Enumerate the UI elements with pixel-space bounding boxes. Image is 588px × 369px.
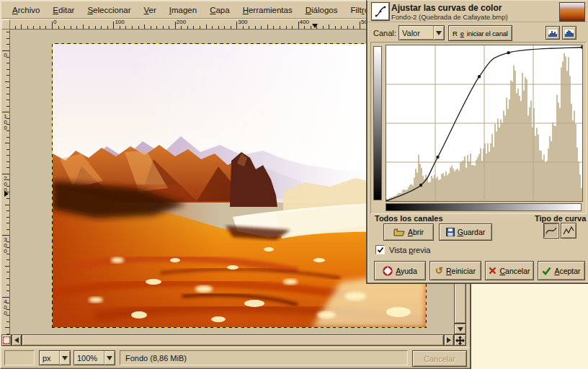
horizontal-scrollbar[interactable]	[12, 334, 454, 346]
menu-herramientas[interactable]: Herramientas	[236, 6, 299, 14]
curves-plot[interactable]	[386, 45, 583, 202]
vertical-ruler: 0100200300400	[1, 30, 10, 334]
menu-ver[interactable]: Ver	[138, 6, 163, 14]
dialog-subtitle: Fondo-2 (Quebrada de Cafayate.bmp)	[391, 13, 508, 21]
curve-type-freehand-button[interactable]	[561, 223, 576, 239]
ruler-position-marker	[312, 24, 318, 28]
status-message: Fondo (8,86 MiB)	[120, 350, 408, 365]
zoom-select[interactable]: 100%	[74, 350, 115, 365]
menu-editar[interactable]: Editar	[46, 6, 81, 14]
reset-channel-button[interactable]: Reiniciar el canal	[448, 25, 512, 41]
curve-control-point[interactable]	[507, 51, 509, 54]
reset-button[interactable]: ↺ Reiniciar	[429, 261, 481, 280]
desktop: ArchivoEditarSeleccionarVerImagenCapaHer…	[0, 0, 588, 369]
menu-dilogos[interactable]: Diálogos	[299, 6, 344, 14]
status-bar: px 100% Fondo (8,86 MiB) Cancelar	[1, 347, 470, 368]
help-label: Ayuda	[396, 267, 417, 275]
histogram-log-button[interactable]	[562, 26, 576, 40]
pan-cross-icon	[455, 336, 465, 345]
accept-label: Aceptar	[554, 267, 580, 275]
separator	[368, 22, 588, 23]
channel-label: Canal:	[373, 29, 396, 37]
status-cancel-button: Cancelar	[412, 350, 467, 367]
smooth-curve-icon	[545, 226, 557, 236]
horizontal-scroll-thumb[interactable]	[22, 334, 444, 346]
image-thumbnail	[559, 2, 585, 22]
menu-seleccionar[interactable]: Seleccionar	[81, 6, 137, 14]
chevron-down-icon	[104, 351, 115, 365]
floppy-disk-icon	[446, 228, 455, 236]
save-label: Guardar	[458, 228, 486, 236]
help-button[interactable]: Ayuda	[374, 261, 426, 280]
ruler-corner-button[interactable]	[1, 19, 10, 30]
reset-label: Reiniciar	[446, 267, 476, 275]
menu-capa[interactable]: Capa	[203, 6, 236, 14]
quickmask-icon	[3, 337, 10, 344]
scroll-left-button[interactable]	[12, 334, 22, 346]
arrow-right-icon	[447, 337, 451, 343]
cancel-x-icon	[489, 267, 496, 275]
log-histogram-icon	[565, 30, 574, 37]
lifebuoy-icon	[383, 266, 393, 276]
all-channels-label: Todos los canales	[375, 214, 443, 223]
cursor-position-box	[4, 350, 35, 365]
ruler-position-marker	[4, 191, 9, 197]
curve-control-point[interactable]	[478, 75, 481, 78]
cancel-button[interactable]: Cancelar	[485, 261, 534, 280]
histogram-linear-button[interactable]	[545, 26, 560, 40]
arrow-left-icon	[14, 337, 19, 343]
curves-dialog-icon	[372, 3, 389, 20]
scroll-right-button[interactable]	[444, 334, 454, 346]
open-button[interactable]: Abrir	[383, 223, 434, 241]
folder-open-icon	[393, 228, 405, 236]
unit-select[interactable]: px	[39, 350, 71, 365]
curve-control-point[interactable]	[419, 184, 422, 187]
zoom-value: 100%	[74, 351, 104, 365]
preview-label: Vista previa	[389, 246, 430, 254]
jagged-curve-icon	[563, 226, 574, 236]
curve-control-point[interactable]	[581, 45, 582, 48]
open-label: Abrir	[408, 228, 424, 236]
curves-dialog: Ajustar las curvas de color Fondo-2 (Que…	[366, 0, 588, 284]
reset-arrow-icon: ↺	[435, 265, 443, 276]
navigation-pan-button[interactable]	[454, 334, 466, 346]
accept-check-icon	[542, 267, 551, 275]
dialog-title: Ajustar las curvas de color	[391, 3, 502, 13]
curve-type-smooth-button[interactable]	[543, 223, 559, 239]
channel-select[interactable]: Valor	[398, 25, 445, 40]
preview-checkbox[interactable]	[375, 245, 385, 254]
curve-control-point[interactable]	[436, 156, 439, 159]
chevron-down-icon	[433, 26, 444, 40]
arrow-down-icon	[458, 327, 463, 332]
linear-histogram-icon	[548, 30, 557, 37]
menu-imagen[interactable]: Imagen	[163, 6, 203, 14]
checkmark-icon	[377, 246, 384, 254]
chevron-down-icon	[59, 351, 70, 365]
channel-value: Valor	[399, 26, 433, 40]
scroll-down-button[interactable]	[454, 324, 466, 334]
accept-button[interactable]: Aceptar	[538, 261, 585, 280]
menu-archivo[interactable]: Archivo	[6, 6, 46, 14]
cancel-label: Cancelar	[499, 267, 530, 275]
save-button[interactable]: Guardar	[439, 223, 492, 241]
quickmask-toggle-button[interactable]	[1, 334, 12, 346]
curve-type-label: Tipo de curva	[535, 214, 586, 223]
horizontal-gradient-strip	[386, 203, 582, 211]
vertical-gradient-strip	[373, 46, 382, 200]
unit-value: px	[40, 351, 59, 365]
